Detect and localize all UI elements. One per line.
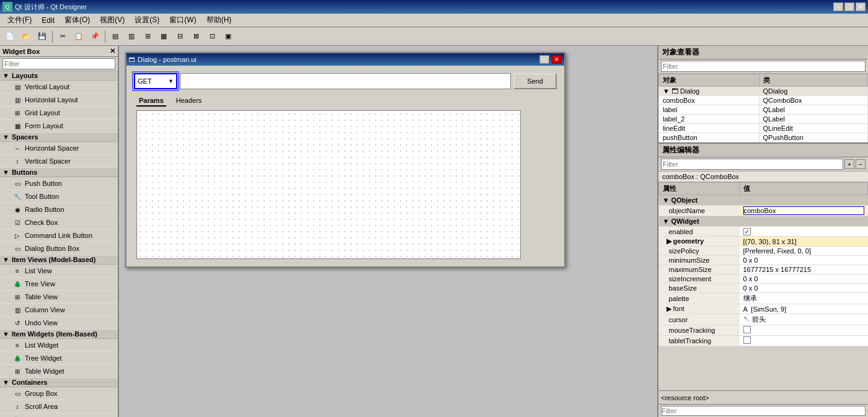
widget-command-link[interactable]: ▷ Command Link Button: [0, 229, 118, 242]
toolbar-layout2[interactable]: ▥: [124, 29, 139, 44]
widget-radio-button[interactable]: ◉ Radio Button: [0, 203, 118, 216]
toolbar-layout4[interactable]: ▦: [156, 29, 171, 44]
prop-row-tablettracking[interactable]: tabletTracking: [659, 336, 868, 346]
prop-mousetracking-value[interactable]: [740, 325, 868, 336]
prop-add-button[interactable]: +: [844, 159, 854, 169]
line-edit[interactable]: [180, 73, 511, 89]
widget-filter-input[interactable]: [2, 58, 115, 69]
prop-row-font[interactable]: ▶ font A [SimSun, 9]: [659, 304, 868, 314]
widget-list-view[interactable]: ≡ List View: [0, 265, 118, 278]
menu-window[interactable]: 窗口(W): [164, 14, 201, 27]
toolbar-layout7[interactable]: ⊡: [205, 29, 219, 44]
widget-vertical-layout[interactable]: ▤ Vertical Layout: [0, 81, 118, 94]
prop-row-enabled[interactable]: enabled ✓: [659, 227, 868, 237]
dialog-close[interactable]: ✕: [552, 55, 562, 64]
menu-help[interactable]: 帮助(H): [202, 14, 237, 27]
widget-undo-view[interactable]: ↺ Undo View: [0, 317, 118, 330]
minimize-button[interactable]: ─: [833, 2, 843, 11]
widget-horizontal-spacer[interactable]: ↔ Horizontal Spacer: [0, 142, 118, 155]
widget-scroll-area[interactable]: ↕ Scroll Area: [0, 400, 118, 413]
dialog-minimize[interactable]: ─: [539, 55, 549, 64]
widget-tree-view[interactable]: 🌲 Tree View: [0, 278, 118, 291]
toolbar-new[interactable]: 📄: [2, 29, 17, 44]
prop-row-maxsize[interactable]: maximumSize 16777215 x 16777215: [659, 265, 868, 274]
bottom-filter-input[interactable]: [661, 406, 866, 416]
prop-minsize-value: 0 x 0: [740, 256, 868, 265]
font-expand[interactable]: ▶: [666, 305, 671, 312]
widget-column-view[interactable]: ▥ Column View: [0, 304, 118, 317]
prop-row-geometry[interactable]: ▶ geometry [(70, 30), 81 x 31]: [659, 237, 868, 247]
menu-edit[interactable]: Edit: [37, 15, 60, 26]
combo-box[interactable]: GET ▼: [134, 73, 177, 89]
prop-row-sizepolicy[interactable]: sizePolicy [Preferred, Fixed, 0, 0]: [659, 247, 868, 256]
enabled-checkbox[interactable]: ✓: [743, 228, 751, 235]
category-item-widgets[interactable]: ▼ Item Widgets (Item-Based): [0, 330, 118, 339]
prop-row-minsize[interactable]: minimumSize 0 x 0: [659, 256, 868, 265]
toolbar-open[interactable]: 📂: [19, 29, 33, 44]
widget-box-close[interactable]: ✕: [110, 47, 115, 55]
toolbar-copy[interactable]: 📋: [71, 29, 86, 44]
category-item-views[interactable]: ▼ Item Views (Model-Based): [0, 255, 118, 265]
toolbar-cut[interactable]: ✂: [55, 29, 70, 44]
menu-settings[interactable]: 设置(S): [130, 14, 164, 27]
tablettracking-checkbox[interactable]: [743, 336, 751, 344]
toolbar-layout6[interactable]: ⊠: [188, 29, 203, 44]
toolbar-paste[interactable]: 📌: [87, 29, 102, 44]
toolbar-layout3[interactable]: ⊞: [140, 29, 155, 44]
close-button[interactable]: ✕: [856, 2, 866, 11]
horizontal-spacer-icon: ↔: [12, 143, 22, 153]
prop-row-objectname[interactable]: objectName: [659, 206, 868, 216]
obj-row-dialog[interactable]: ▼ 🗔 Dialog QDialog: [659, 87, 868, 96]
maximize-button[interactable]: □: [844, 2, 854, 11]
prop-remove-button[interactable]: −: [856, 159, 866, 169]
prop-row-sizeincrement[interactable]: sizeIncrement 0 x 0: [659, 274, 868, 284]
prop-row-basesize[interactable]: baseSize 0 x 0: [659, 284, 868, 293]
widget-grid-layout[interactable]: ⊞ Grid Layout: [0, 107, 118, 120]
widget-tool-button[interactable]: 🔧 Tool Button: [0, 190, 118, 203]
geometry-expand[interactable]: ▶: [666, 237, 671, 245]
widget-dialog-button-box[interactable]: ▭ Dialog Button Box: [0, 242, 118, 255]
prop-tablettracking-value[interactable]: [740, 336, 868, 346]
category-containers[interactable]: ▼ Containers: [0, 378, 118, 387]
widget-tool-box[interactable]: 🔧 Tool Box: [0, 413, 118, 417]
widget-vertical-spacer[interactable]: ↕ Vertical Spacer: [0, 155, 118, 168]
toolbar-layout8[interactable]: ▣: [221, 29, 236, 44]
menu-form[interactable]: 窗体(O): [60, 14, 95, 27]
object-filter-input[interactable]: [661, 61, 866, 72]
widget-table-view[interactable]: ⊞ Table View: [0, 291, 118, 304]
obj-row-lineedit[interactable]: lineEdit QLineEdit: [659, 124, 868, 133]
category-buttons[interactable]: ▼ Buttons: [0, 168, 118, 177]
widget-horizontal-layout[interactable]: ▥ Horizontal Layout: [0, 94, 118, 107]
toolbar-save[interactable]: 💾: [35, 29, 50, 44]
widget-tree-widget[interactable]: 🌲 Tree Widget: [0, 352, 118, 365]
toolbar-layout1[interactable]: ▤: [108, 29, 123, 44]
category-spacers[interactable]: ▼ Spacers: [0, 133, 118, 142]
widget-check-box[interactable]: ☑ Check Box: [0, 216, 118, 229]
prop-objectname-value[interactable]: [740, 206, 868, 216]
obj-row-pushbutton[interactable]: pushButton QPushButton: [659, 133, 868, 143]
tab-params[interactable]: Params: [136, 95, 166, 107]
widget-group-box[interactable]: ▭ Group Box: [0, 387, 118, 400]
prop-filter-input[interactable]: [661, 159, 843, 170]
title-bar-buttons[interactable]: ─ □ ✕: [833, 2, 866, 11]
obj-row-label[interactable]: label QLabel: [659, 105, 868, 115]
prop-enabled-value[interactable]: ✓: [740, 227, 868, 237]
widget-list-widget[interactable]: ≡ List Widget: [0, 339, 118, 352]
prop-palette-label: palette: [659, 293, 740, 304]
send-button[interactable]: Send: [513, 73, 557, 89]
widget-table-widget[interactable]: ⊞ Table Widget: [0, 365, 118, 378]
prop-row-mousetracking[interactable]: mouseTracking: [659, 325, 868, 336]
obj-row-combobox[interactable]: comboBox QComboBox: [659, 96, 868, 105]
widget-form-layout[interactable]: ▦ Form Layout: [0, 120, 118, 133]
prop-row-cursor[interactable]: cursor ↖ 箭头: [659, 314, 868, 325]
menu-file[interactable]: 文件(F): [2, 14, 37, 27]
menu-view[interactable]: 视图(V): [95, 14, 130, 27]
category-layouts[interactable]: ▼ Layouts: [0, 71, 118, 81]
tab-headers[interactable]: Headers: [174, 95, 205, 107]
widget-push-button[interactable]: ▭ Push Button: [0, 177, 118, 190]
prop-objectname-input[interactable]: [743, 206, 864, 215]
toolbar-layout5[interactable]: ⊟: [172, 29, 187, 44]
prop-row-palette[interactable]: palette 继承: [659, 293, 868, 304]
mousetracking-checkbox[interactable]: [743, 326, 751, 333]
obj-row-label2[interactable]: label_2 QLabel: [659, 115, 868, 124]
